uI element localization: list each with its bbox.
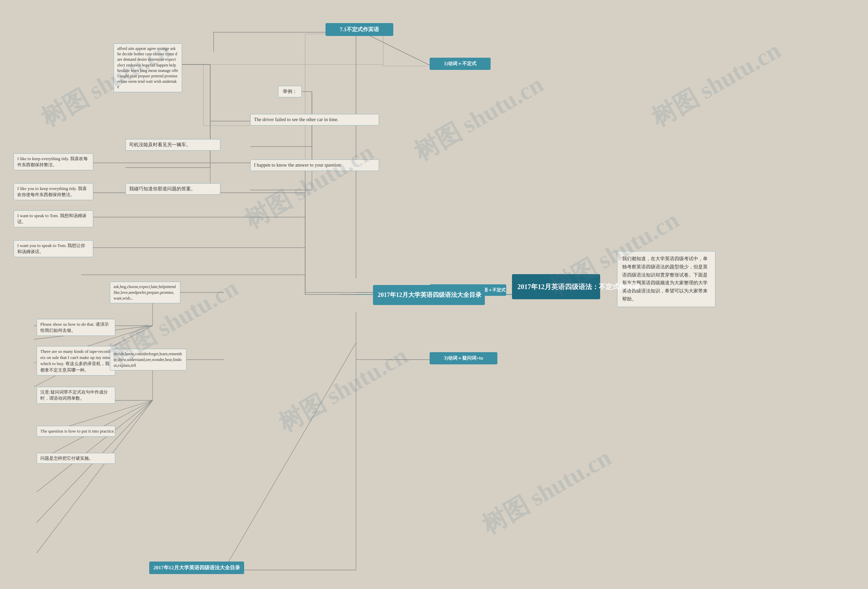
example9-en: The question is how to put it into pract… [37, 426, 115, 437]
watermark-6: 树图 shutu.cn [645, 34, 786, 134]
sub1-node: 1)动词＋不定式 [430, 58, 491, 70]
description-box: 我们都知道，在大学英语四级考试中，单独考察英语四级语法的题型很少，但是英语四级语… [617, 251, 715, 307]
center-node: 2017年12月大学英语四级语法大全目录 [373, 285, 485, 305]
example5-en: I want to speak to Tom. 我想和汤姆谈话。 [13, 210, 93, 227]
example9-cn: 问题是怎样把它付诸实施。 [37, 453, 115, 464]
watermark-4: 树图 shutu.cn [408, 68, 549, 168]
example7-en: Please show us how to do that. 请演示给我们如何去… [37, 319, 115, 336]
svg-line-21 [224, 343, 356, 570]
example1-en: The driver failed to see the other car i… [250, 114, 379, 126]
verb-list-3: decide,know,considerforget,learn,remembe… [110, 349, 186, 370]
example3-en: I like to keep everything tidy. 我喜欢每件东西都… [13, 153, 93, 170]
note1: 注意:疑问词带不定式在句中作成分时，谓语动词用单数。 [37, 387, 115, 404]
watermark-7: 树图 shutu.cn [273, 339, 413, 440]
watermark-2: 树图 shutu.cn [239, 136, 379, 236]
watermark-8: 树图 shutu.cn [476, 441, 617, 541]
example8-en: There are so many kinds of tape-recorder… [37, 346, 115, 376]
center-node-2: 2017年12月大学英语四级语法大全目录 [149, 561, 244, 574]
example1-cn: 司机没能及时看见另一辆车。 [125, 139, 220, 151]
example-label: 举例： [278, 86, 302, 98]
example2-en: I happen to know the answer to your ques… [250, 160, 379, 171]
example4-en: I like you to keep everything tidy. 我喜欢你… [13, 183, 93, 200]
example6-en: I want you to speak to Tom. 我想让你和汤姆谈话。 [13, 240, 93, 257]
section1-node: 7.1不定式作宾语 [326, 23, 393, 36]
verb-list-1: afford aim appear agree arrange ask be d… [114, 43, 182, 92]
sub3-node: 3)动词＋疑问词+to [430, 352, 497, 364]
main-title-node: 2017年12月英语四级语法：不定式作宾语 [512, 274, 600, 299]
example2-cn: 我碰巧知道你那道问题的答案。 [125, 183, 220, 195]
verb-list-2: ask,beg,choose,expect,hate,helpintendlik… [110, 282, 180, 303]
svg-line-16 [363, 32, 430, 65]
